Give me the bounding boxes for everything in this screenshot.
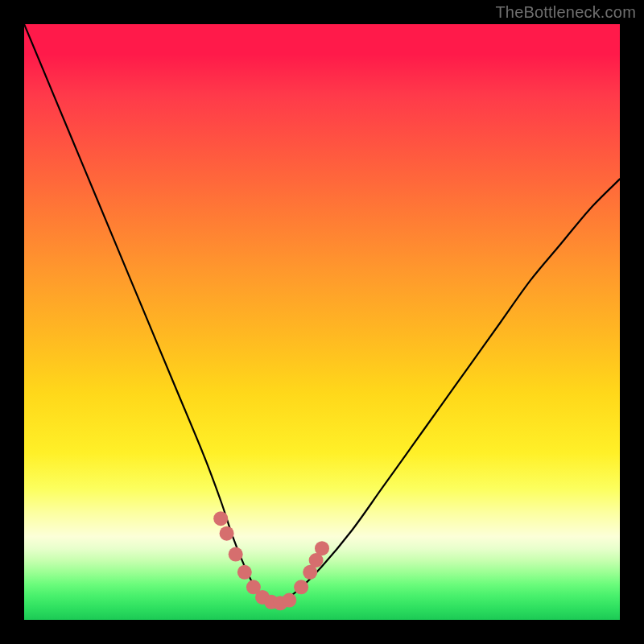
bottleneck-curve <box>24 24 620 604</box>
dot-left-2 <box>220 526 234 541</box>
dot-bottom-4 <box>282 593 296 608</box>
watermark-label: TheBottleneck.com <box>495 3 636 22</box>
chart-frame: TheBottleneck.com <box>0 0 644 644</box>
chart-svg <box>24 24 620 620</box>
dot-left-1 <box>213 511 228 526</box>
curve-markers <box>213 511 329 610</box>
dot-right-4 <box>315 541 329 555</box>
dot-left-4 <box>237 565 252 580</box>
dot-left-3 <box>229 547 243 562</box>
plot-area <box>24 24 620 620</box>
dot-right-1 <box>294 580 308 594</box>
